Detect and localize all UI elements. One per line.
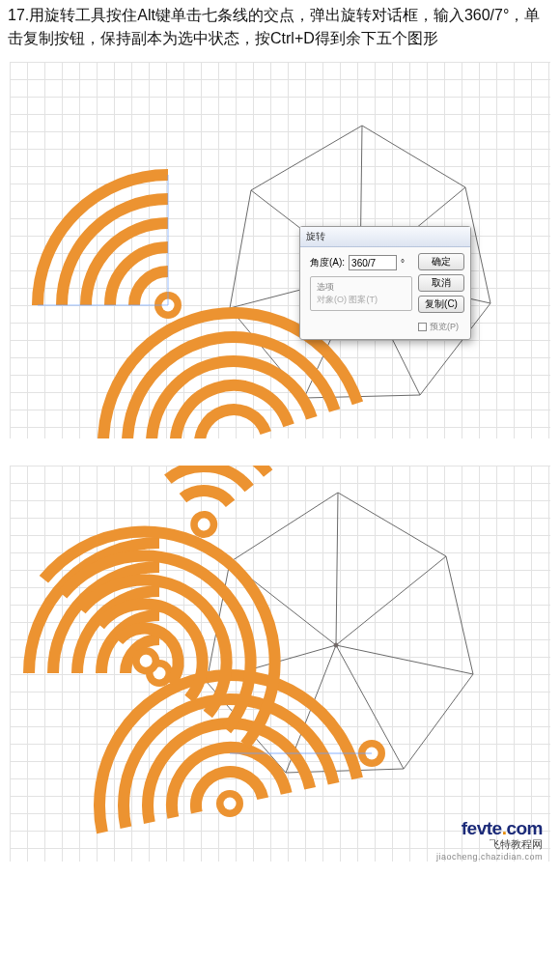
copy-button[interactable]: 复制(C)	[418, 296, 464, 313]
rotate-dialog: 旋转 角度(A): ° 选项 对象(O) 图案(T) 确定 取消 复制(C)	[299, 226, 471, 340]
step-instruction: 17.用旋转工具按住Alt键单击七条线的交点，弹出旋转对话框，输入360/7°，…	[0, 0, 560, 62]
step-number: 17.	[8, 7, 29, 23]
options-text: 对象(O) 图案(T)	[317, 295, 378, 304]
svg-line-17	[336, 493, 338, 645]
options-group: 选项 对象(O) 图案(T)	[310, 276, 412, 311]
svg-point-27	[224, 798, 237, 810]
illustration-panel-1: 旋转 角度(A): ° 选项 对象(O) 图案(T) 确定 取消 复制(C)	[10, 62, 550, 438]
watermark-line3: jiaocheng.chazidian.com	[436, 852, 543, 862]
preview-checkbox[interactable]	[418, 323, 427, 331]
dialog-body: 角度(A): ° 选项 对象(O) 图案(T) 确定 取消 复制(C) 预览(P…	[300, 247, 470, 339]
svg-line-18	[336, 556, 446, 645]
cancel-button[interactable]: 取消	[418, 274, 464, 292]
vector-artwork-2	[10, 466, 550, 862]
preview-row: 预览(P)	[418, 321, 464, 333]
watermark-brand: fevte.com	[436, 818, 543, 839]
watermark-line2: 飞特教程网	[436, 837, 543, 852]
dialog-title: 旋转	[300, 227, 470, 247]
angle-row: 角度(A): °	[310, 255, 412, 270]
wm-left: fevte	[462, 818, 502, 838]
preview-label: 预览(P)	[430, 321, 459, 333]
options-label: 选项	[317, 282, 334, 292]
ok-button[interactable]: 确定	[418, 253, 464, 270]
angle-label: 角度(A):	[310, 256, 345, 269]
wm-right: com	[506, 818, 543, 838]
watermark: fevte.com 飞特教程网 jiaocheng.chazidian.com	[436, 818, 543, 862]
dialog-fields: 角度(A): ° 选项 对象(O) 图案(T)	[300, 247, 418, 339]
dialog-buttons: 确定 取消 复制(C) 预览(P)	[418, 247, 470, 339]
illustration-panel-2: fevte.com 飞特教程网 jiaocheng.chazidian.com	[10, 466, 550, 862]
svg-line-19	[336, 645, 473, 674]
degree-symbol: °	[401, 258, 405, 269]
step-text: 用旋转工具按住Alt键单击七条线的交点，弹出旋转对话框，输入360/7°，单击复…	[8, 7, 540, 46]
angle-input[interactable]	[349, 255, 397, 270]
